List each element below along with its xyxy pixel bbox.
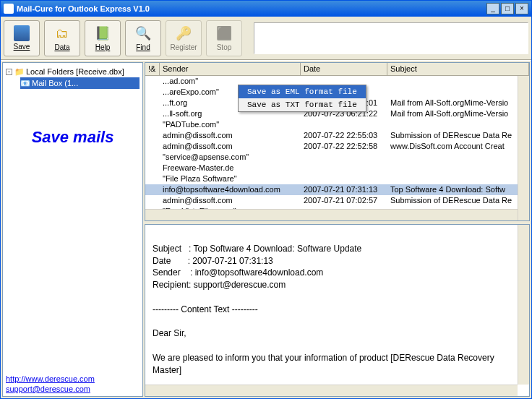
mail-list: !& Sender Date Subject ...ad.com" 2007-0… [145, 62, 530, 221]
table-row[interactable]: admin@dissoft.com2007-07-22 22:52:58www.… [145, 141, 529, 152]
app-window: Mail-Cure for Outlook Express V1.0 _ □ ×… [0, 0, 532, 399]
stop-button: ⬛ Stop [206, 20, 242, 56]
save-eml-menuitem[interactable]: Save as EML format file [239, 85, 366, 98]
content-area: - 📁 Local Folders [Receive.dbx] 📧 Mail B… [1, 60, 531, 398]
save-icon [14, 25, 30, 41]
help-icon: 📗 [94, 25, 111, 42]
preview-pane: Subject : Top Software 4 Download: Softw… [145, 224, 530, 397]
website-link[interactable]: http://www.derescue.com [6, 374, 140, 383]
titlebar[interactable]: Mail-Cure for Outlook Express V1.0 _ □ × [1, 1, 531, 17]
sidebar: - 📁 Local Folders [Receive.dbx] 📧 Mail B… [2, 62, 143, 397]
table-row[interactable]: "FreeVistaFiles.com" 2007-07-21 13:52:19… [145, 206, 529, 209]
list-scrollbar-h[interactable] [145, 209, 529, 220]
sidebar-message: Save mails [3, 128, 142, 147]
find-icon: 🔍 [134, 25, 152, 42]
maximize-button[interactable]: □ [501, 3, 514, 14]
save-txt-menuitem[interactable]: Save as TXT format file [239, 98, 366, 111]
col-icon[interactable]: !& [145, 63, 160, 75]
app-icon [4, 4, 14, 14]
stop-icon: ⬛ [215, 25, 233, 42]
context-menu: Save as EML format file Save as TXT form… [238, 85, 366, 112]
close-button[interactable]: × [515, 3, 528, 14]
register-icon: 🔑 [175, 25, 192, 42]
minimize-button[interactable]: _ [486, 3, 499, 14]
list-header: !& Sender Date Subject [145, 63, 529, 76]
list-body[interactable]: ...ad.com" 2007-07-23 00:45:55Your DERes… [145, 76, 529, 209]
support-email-link[interactable]: support@derescue.com [6, 385, 140, 393]
save-button[interactable]: Save [4, 20, 40, 56]
table-row[interactable]: admin@dissoft.com2007-07-22 22:55:03Subm… [145, 130, 529, 141]
list-scrollbar-v[interactable] [518, 76, 529, 220]
main-panel: !& Sender Date Subject ...ad.com" 2007-0… [145, 62, 530, 397]
tree-mailbox[interactable]: 📧 Mail Box (1... [20, 77, 140, 89]
folder-tree: - 📁 Local Folders [Receive.dbx] 📧 Mail B… [3, 63, 142, 92]
window-title: Mail-Cure for Outlook Express V1.0 [17, 4, 486, 13]
data-button[interactable]: 🗂 Data [44, 20, 80, 56]
progress-area [254, 22, 528, 54]
collapse-icon[interactable]: - [6, 69, 12, 75]
preview-scrollbar-h[interactable] [145, 385, 518, 396]
col-date[interactable]: Date [301, 63, 387, 75]
table-row[interactable]: Freeware-Master.de 2007-07-22 05:19:23Si… [145, 163, 529, 173]
help-button[interactable]: 📗 Help [85, 20, 121, 56]
table-row[interactable]: info@topsoftware4download.com2007-07-21 … [145, 184, 529, 195]
preview-scrollbar-v[interactable] [518, 225, 529, 385]
table-row[interactable]: admin@dissoft.com2007-07-21 07:02:57Subm… [145, 195, 529, 206]
register-button: 🔑 Register [166, 20, 202, 56]
col-sender[interactable]: Sender [160, 63, 301, 75]
data-icon: 🗂 [53, 25, 71, 42]
folder-icon: 📁 [14, 67, 25, 77]
table-row[interactable]: "PADTube.com" 2007-07-22 20:08:30New Pro… [145, 119, 529, 130]
col-subject[interactable]: Subject [387, 63, 529, 75]
tree-root[interactable]: - 📁 Local Folders [Receive.dbx] [6, 66, 140, 77]
sidebar-links: http://www.derescue.com support@derescue… [3, 370, 142, 396]
toolbar: Save 🗂 Data 📗 Help 🔍 Find 🔑 Register ⬛ S… [1, 17, 531, 60]
mailbox-icon: 📧 [20, 79, 30, 88]
table-row[interactable]: "service@apsense.com" 2007-07-22 21:48:0… [145, 152, 529, 163]
find-button[interactable]: 🔍 Find [125, 20, 161, 56]
table-row[interactable]: "File Plaza Software" 2007-07-21 22:39:1… [145, 173, 529, 184]
